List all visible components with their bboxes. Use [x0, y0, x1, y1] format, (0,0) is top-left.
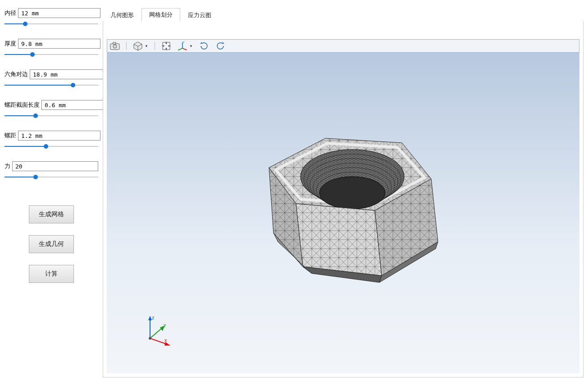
label-pitch-section: 螺距截面长度 — [5, 101, 40, 109]
tab-mesh[interactable]: 网格划分 — [141, 8, 180, 22]
viewer-pane: ▼ zxy ▼ — [103, 21, 583, 377]
param-hex-af: 六角对边 — [5, 69, 98, 88]
input-hex-af[interactable] — [30, 69, 112, 79]
slider-thickness[interactable] — [5, 51, 98, 58]
tab-geometry[interactable]: 几何图形 — [103, 9, 141, 22]
svg-rect-1 — [113, 42, 116, 44]
generate-geometry-button[interactable]: 生成几何 — [29, 235, 74, 253]
svg-point-2 — [113, 45, 117, 48]
svg-text:z: z — [183, 41, 184, 43]
sidebar: 内径 厚度 六角对边 — [0, 0, 103, 382]
chevron-down-icon: ▼ — [145, 44, 148, 48]
label-hex-af: 六角对边 — [5, 70, 28, 78]
rotate-cw-icon[interactable] — [199, 41, 209, 51]
compute-button[interactable]: 计算 — [29, 265, 74, 283]
camera-icon[interactable] — [110, 41, 120, 50]
svg-point-42 — [319, 177, 385, 209]
label-inner-diameter: 内径 — [5, 9, 16, 17]
param-thickness: 厚度 — [5, 39, 98, 58]
svg-line-47 — [150, 327, 163, 338]
input-thickness[interactable] — [18, 39, 100, 49]
svg-marker-30 — [296, 204, 382, 276]
svg-marker-44 — [148, 316, 152, 320]
svg-marker-20 — [200, 42, 202, 44]
slider-inner-diameter[interactable] — [5, 21, 98, 27]
tab-stress[interactable]: 应力云图 — [180, 9, 219, 22]
fit-view-icon[interactable] — [161, 41, 171, 51]
tabs: 几何图形 网格划分 应力云图 — [103, 9, 583, 22]
chevron-down-icon: ▼ — [189, 44, 193, 48]
label-thickness: 厚度 — [5, 40, 16, 48]
rotate-ccw-icon[interactable] — [215, 41, 225, 51]
svg-text:x: x — [186, 48, 187, 51]
input-force[interactable] — [12, 161, 98, 171]
main-area: 几何图形 网格划分 应力云图 ▼ zxy ▼ — [103, 0, 588, 382]
hex-nut-mesh — [226, 109, 460, 298]
slider-pitch-section[interactable] — [5, 113, 98, 119]
slider-hex-af[interactable] — [5, 82, 98, 88]
svg-point-49 — [149, 337, 151, 340]
label-pitch: 螺距 — [5, 132, 16, 140]
svg-marker-21 — [223, 42, 224, 44]
viewer-toolbar: ▼ zxy ▼ — [107, 39, 579, 53]
slider-force[interactable] — [5, 174, 98, 180]
param-pitch-section: 螺距截面长度 — [5, 100, 98, 119]
input-inner-diameter[interactable] — [18, 8, 100, 18]
param-pitch: 螺距 — [5, 131, 98, 150]
axis-orient-icon[interactable]: zxy ▼ — [178, 41, 193, 51]
generate-mesh-button[interactable]: 生成网格 — [29, 205, 74, 223]
param-force: 力 — [5, 161, 98, 180]
viewport-3d[interactable]: z x y — [107, 53, 579, 373]
axis-x-label: x — [164, 337, 167, 343]
cube-view-icon[interactable]: ▼ — [133, 41, 148, 51]
axis-z-label: z — [152, 315, 155, 320]
axis-y-label: y — [164, 322, 166, 327]
input-pitch[interactable] — [18, 131, 100, 141]
label-force: 力 — [5, 162, 10, 170]
svg-text:y: y — [178, 48, 179, 51]
slider-pitch[interactable] — [5, 143, 98, 150]
param-inner-diameter: 内径 — [5, 8, 98, 27]
axis-gizmo: z x y — [142, 315, 173, 346]
